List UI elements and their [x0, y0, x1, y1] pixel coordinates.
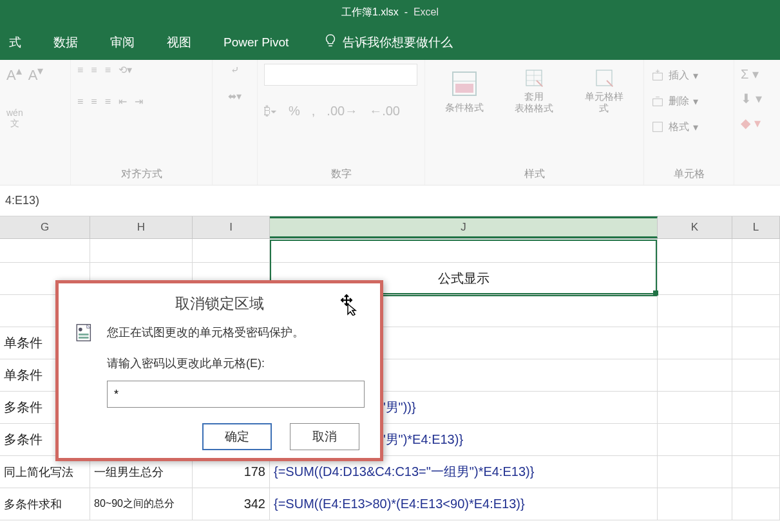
group-alignment: ≡ ≡ ≡ ⟲▾ ≡ ≡ ≡ ⇤ ⇥ 对齐方式 [71, 60, 213, 185]
fill-icon[interactable]: ⬇ ▾ [741, 91, 762, 106]
percent-format-icon[interactable]: % [289, 104, 300, 119]
cancel-button[interactable]: 取消 [290, 423, 359, 450]
svg-rect-10 [653, 122, 663, 132]
insert-cells-button[interactable]: 插入▾ [651, 65, 698, 86]
formula-bar[interactable]: 4:E13) [0, 185, 780, 216]
password-dialog: 取消锁定区域 您正在试图更改的单元格受密码保护。 请输入密码以更改此单元格(E)… [55, 280, 383, 461]
tab-review[interactable]: 审阅 [106, 29, 138, 56]
document-title: 工作簿1.xlsx [341, 6, 399, 19]
col-header-j[interactable]: J [270, 216, 658, 238]
col-header-l[interactable]: L [732, 216, 780, 238]
number-format-dropdown[interactable] [264, 64, 417, 86]
align-bottom-icon[interactable]: ≡ [105, 64, 111, 76]
group-merge: ⤶ ⬌▾ [213, 60, 258, 185]
phonetic-guide-icon[interactable]: wén 文 [6, 108, 23, 128]
merge-cells-icon[interactable]: ⬌▾ [228, 90, 242, 102]
align-center-icon[interactable]: ≡ [91, 96, 97, 108]
tab-view[interactable]: 视图 [163, 29, 195, 56]
align-top-icon[interactable]: ≡ [77, 64, 83, 76]
tab-power-pivot[interactable]: Power Pivot [220, 30, 292, 55]
dialog-message-1: 您正在试图更改的单元格受密码保护。 [107, 321, 365, 343]
decrease-font-icon[interactable]: A▾ [28, 64, 44, 84]
align-middle-icon[interactable]: ≡ [91, 64, 97, 76]
group-number: ₿▾ % , .00→ ←.00 数字 [258, 60, 425, 185]
col-header-g[interactable]: G [0, 216, 90, 238]
increase-decimal-icon[interactable]: .00→ [327, 104, 357, 119]
decrease-decimal-icon[interactable]: ←.00 [369, 104, 400, 119]
indent-decrease-icon[interactable]: ⇤ [119, 95, 127, 108]
delete-cells-button[interactable]: 删除▾ [651, 91, 698, 111]
ribbon-tabs: 式 数据 审阅 视图 Power Pivot 告诉我你想要做什么 [0, 24, 780, 60]
align-right-icon[interactable]: ≡ [105, 96, 111, 108]
svg-rect-14 [79, 337, 89, 339]
dialog-message-2: 请输入密码以更改此单元格(E): [107, 352, 365, 374]
comma-format-icon[interactable]: , [312, 104, 316, 119]
ok-button[interactable]: 确定 [202, 423, 272, 450]
app-name: Excel [414, 6, 439, 18]
format-cells-button[interactable]: 格式▾ [651, 117, 698, 137]
tab-formula[interactable]: 式 [5, 29, 25, 56]
align-left-icon[interactable]: ≡ [77, 96, 83, 108]
group-cells: 插入▾ 删除▾ 格式▾ 单元格 [644, 60, 734, 185]
title-bar: 工作簿1.xlsx - Excel [0, 0, 780, 24]
increase-font-icon[interactable]: A▴ [6, 64, 22, 84]
password-input[interactable] [107, 381, 365, 408]
ribbon-body: A▴ A▾ wén 文 ≡ ≡ ≡ ⟲▾ ≡ ≡ ≡ ⇤ ⇥ [0, 60, 780, 185]
group-styles: 条件格式 套用 表格格式 单元格样式 样式 [425, 60, 644, 185]
tell-me-search[interactable]: 告诉我你想要做什么 [323, 33, 453, 51]
svg-rect-8 [653, 99, 663, 106]
group-editing: Σ ▾ ⬇ ▾ ◆ ▾ [734, 60, 780, 185]
dialog-title: 取消锁定区域 [59, 283, 380, 315]
indent-increase-icon[interactable]: ⇥ [135, 95, 143, 108]
cell-styles-button[interactable]: 单元格样式 [581, 68, 627, 114]
col-header-h[interactable]: H [90, 216, 193, 238]
col-header-i[interactable]: I [193, 216, 270, 238]
orientation-icon[interactable]: ⟲▾ [119, 64, 132, 76]
wrap-text-icon[interactable]: ⤶ [231, 64, 239, 76]
svg-rect-13 [79, 334, 89, 336]
autosum-icon[interactable]: Σ ▾ [741, 66, 759, 82]
lightbulb-icon [323, 33, 338, 51]
lock-document-icon [74, 323, 94, 351]
group-font: A▴ A▾ wén 文 [0, 60, 71, 185]
column-headers: G H I J K L [0, 216, 780, 239]
conditional-format-button[interactable]: 条件格式 [441, 68, 488, 114]
sheet-row[interactable]: 多条件求和80~90之间的总分342 {=SUM((E4:E13>80)*(E4… [0, 488, 780, 520]
svg-rect-5 [653, 73, 663, 80]
col-header-k[interactable]: K [658, 216, 732, 238]
accounting-format-icon[interactable]: ₿▾ [264, 104, 277, 119]
clear-icon[interactable]: ◆ ▾ [741, 115, 761, 131]
tab-data[interactable]: 数据 [50, 29, 82, 56]
sheet-row[interactable] [0, 239, 780, 263]
svg-point-12 [79, 328, 82, 332]
table-format-button[interactable]: 套用 表格格式 [511, 68, 557, 114]
svg-rect-1 [455, 84, 473, 93]
